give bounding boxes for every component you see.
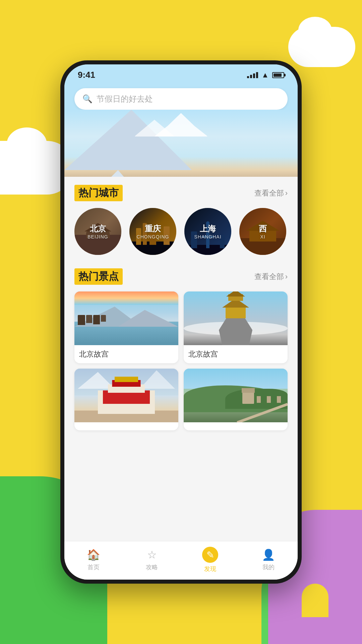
hot-cities-header: 热门城市 查看全部 › bbox=[74, 185, 288, 201]
hot-attractions-title: 热门景点 bbox=[74, 268, 123, 285]
city-circle-shanghai: 上海 SHANGHAI bbox=[184, 208, 231, 255]
city-circle-beijing: 北京 BEIJING bbox=[74, 208, 121, 255]
attraction-image-tibet bbox=[74, 369, 178, 422]
city-item-xi[interactable]: 西 XI bbox=[239, 208, 286, 255]
attraction-card-lake[interactable]: 北京故宫 bbox=[74, 291, 178, 363]
city-item-beijing[interactable]: 北京 BEIJING bbox=[74, 208, 121, 255]
attraction-label-2: 北京故宫 bbox=[184, 345, 288, 363]
bottom-nav: 🏠 首页 ☆ 攻略 ✎ 发现 👤 我的 bbox=[64, 541, 298, 580]
nav-item-profile[interactable]: 👤 我的 bbox=[252, 548, 285, 571]
bg-cloud-right bbox=[288, 27, 355, 67]
city-item-shanghai[interactable]: 上海 SHANGHAI bbox=[184, 208, 231, 255]
battery-icon bbox=[272, 72, 284, 78]
attractions-grid: 北京故宫 bbox=[74, 291, 288, 430]
status-time: 9:41 bbox=[78, 70, 95, 80]
attraction-label-3 bbox=[74, 422, 178, 430]
city-overlay-shanghai: 上海 SHANGHAI bbox=[184, 208, 231, 255]
hot-attractions-section: 热门景点 查看全部 › bbox=[64, 260, 298, 436]
search-input[interactable]: 节假日的好去处 bbox=[97, 94, 153, 104]
view-all-cities[interactable]: 查看全部 › bbox=[254, 188, 288, 198]
city-item-chongqing[interactable]: 重庆 CHONGQING bbox=[129, 208, 176, 255]
hot-attractions-header: 热门景点 查看全部 › bbox=[74, 268, 288, 285]
attraction-label-4 bbox=[184, 422, 288, 430]
attraction-card-temple[interactable]: 北京故宫 bbox=[184, 291, 288, 363]
nav-item-discover[interactable]: ✎ 发现 bbox=[193, 547, 227, 573]
nav-item-guide[interactable]: ☆ 攻略 bbox=[135, 548, 169, 571]
city-overlay-chongqing: 重庆 CHONGQING bbox=[129, 208, 176, 255]
person-icon: 👤 bbox=[262, 548, 275, 561]
status-bar: 9:41 ▲ bbox=[64, 64, 298, 83]
attraction-card-tibet[interactable] bbox=[74, 369, 178, 430]
hot-cities-section: 热门城市 查看全部 › 北京 bbox=[64, 177, 298, 260]
star-icon: ☆ bbox=[147, 548, 157, 561]
chevron-right-icon: › bbox=[285, 189, 288, 198]
phone-frame: 9:41 ▲ 🔍 节假日的好去处 bbox=[60, 60, 302, 584]
nav-label-discover: 发现 bbox=[204, 565, 216, 573]
mountain-2 bbox=[64, 170, 165, 177]
main-content: 热门城市 查看全部 › 北京 bbox=[64, 177, 298, 541]
attraction-label-1: 北京故宫 bbox=[74, 345, 178, 363]
search-area: 🔍 节假日的好去处 bbox=[64, 83, 298, 110]
nav-label-home: 首页 bbox=[87, 563, 100, 571]
signal-icon bbox=[247, 72, 258, 78]
city-circle-xi: 西 XI bbox=[239, 208, 286, 255]
phone-screen: 9:41 ▲ 🔍 节假日的好去处 bbox=[64, 64, 298, 580]
discover-active-dot: ✎ bbox=[202, 547, 218, 563]
mountain-1 bbox=[64, 110, 192, 170]
city-overlay-xi: 西 XI bbox=[239, 208, 286, 255]
attraction-image-temple bbox=[184, 291, 288, 345]
attraction-image-lake bbox=[74, 291, 178, 345]
city-overlay-beijing: 北京 BEIJING bbox=[74, 208, 121, 255]
bg-yellow-small bbox=[302, 584, 328, 617]
nav-label-profile: 我的 bbox=[262, 563, 275, 571]
attraction-image-wall bbox=[184, 369, 288, 422]
city-circle-chongqing: 重庆 CHONGQING bbox=[129, 208, 176, 255]
wifi-icon: ▲ bbox=[261, 71, 269, 79]
nav-label-guide: 攻略 bbox=[146, 563, 158, 571]
status-icons: ▲ bbox=[247, 71, 284, 79]
cities-row: 北京 BEIJING bbox=[74, 208, 288, 255]
search-bar[interactable]: 🔍 节假日的好去处 bbox=[74, 88, 288, 110]
nav-item-home[interactable]: 🏠 首页 bbox=[77, 548, 110, 571]
search-icon: 🔍 bbox=[82, 94, 93, 104]
attraction-card-wall[interactable] bbox=[184, 369, 288, 430]
hero-banner bbox=[64, 110, 298, 177]
view-all-attractions[interactable]: 查看全部 › bbox=[254, 272, 288, 282]
hot-cities-title: 热门城市 bbox=[74, 185, 123, 201]
discover-icon: ✎ bbox=[206, 549, 214, 560]
home-icon: 🏠 bbox=[87, 548, 100, 561]
chevron-right-icon-2: › bbox=[285, 272, 288, 281]
